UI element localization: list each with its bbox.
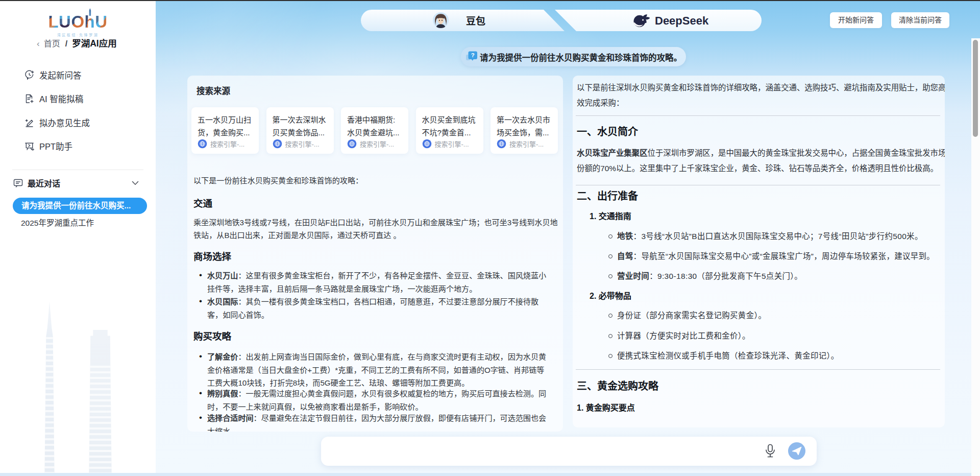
svg-text:?: ? [471, 52, 475, 58]
